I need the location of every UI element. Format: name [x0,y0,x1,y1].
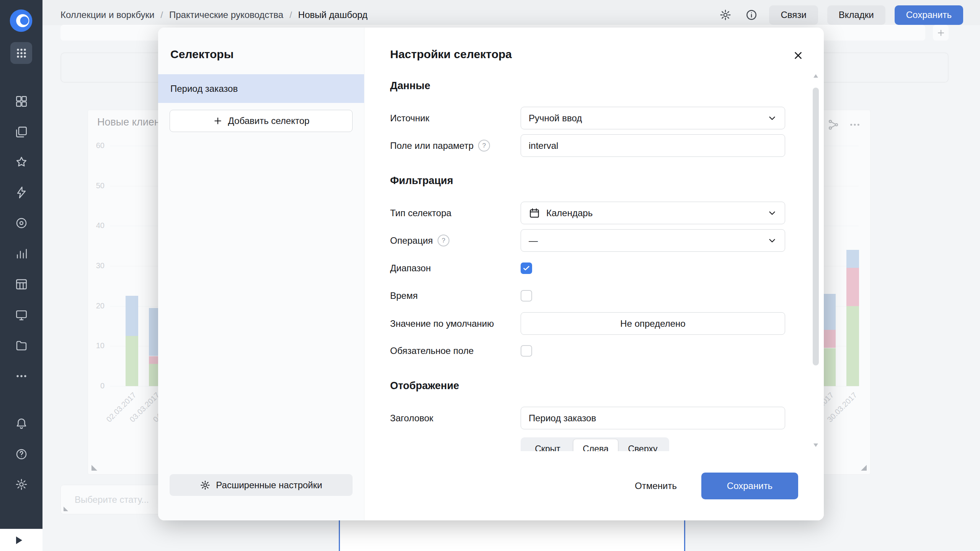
breadcrumb-guides[interactable]: Практические руководства [169,10,283,20]
operation-label: Операция [390,229,449,252]
range-label: Диапазон [390,257,431,279]
datasets-disc-icon[interactable] [13,215,30,231]
time-checkbox[interactable] [521,290,532,302]
source-label-text: Источник [390,113,429,124]
presentations-monitor-icon[interactable] [13,306,30,323]
title-input[interactable] [521,407,785,429]
source-label: Источник [390,107,429,129]
title-label: Заголовок [390,407,433,429]
dialog-scrollbar [813,74,819,447]
selector-type-row: Тип селектора Календарь [390,202,785,224]
collections-squares-icon[interactable] [13,93,30,110]
title-row: Заголовок [390,407,785,429]
chevron-down-icon [767,208,777,218]
time-label-text: Время [390,290,418,301]
header-save-button[interactable]: Сохранить [895,5,963,25]
default-value-row: Значение по умолчанию Не определено [390,312,785,335]
default-value-label-text: Значение по умолчанию [390,318,494,329]
operation-row: Операция — [390,229,785,252]
selector-type-label: Тип селектора [390,202,451,224]
scroll-up-icon[interactable] [813,74,818,78]
display-section-heading: Отображение [390,380,459,392]
chevron-down-icon [767,236,777,246]
add-selector-label: Добавить селектор [228,116,310,126]
operation-select[interactable]: — [521,229,785,252]
settings-panel-title: Настройки селектора [390,48,512,61]
selectors-panel: Селекторы Период заказов Добавить селект… [158,28,364,520]
tabs-button[interactable]: Вкладки [827,5,885,25]
selector-list-item[interactable]: Период заказов [158,74,364,103]
breadcrumb-separator: / [160,10,163,20]
time-label: Время [390,284,418,307]
field-input[interactable] [521,134,785,157]
sidebar-expand-button[interactable] [0,529,42,551]
dialog-save-button[interactable]: Сохранить [701,473,798,499]
range-label-text: Диапазон [390,263,431,274]
selector-item-label: Период заказов [170,83,238,94]
breadcrumb-separator: / [289,10,292,20]
favorites-star-icon[interactable] [13,153,30,170]
selector-settings-panel: Настройки селектора Данные Источник Ручн… [364,28,824,520]
breadcrumb-collections[interactable]: Коллекции и воркбуки [60,10,154,20]
charts-bar-icon[interactable] [13,245,30,262]
advanced-settings-button[interactable]: Расширенные настройки [170,474,353,496]
connections-lightning-icon[interactable] [13,184,30,201]
chevron-down-icon [767,113,777,123]
scroll-down-icon[interactable] [813,443,818,447]
required-checkbox[interactable] [521,345,532,357]
default-value-label: Значение по умолчанию [390,312,494,335]
dialog-footer: Отменить Сохранить [364,451,824,520]
advanced-settings-label: Расширенные настройки [216,480,322,491]
links-button[interactable]: Связи [769,5,818,25]
workbooks-layers-icon[interactable] [13,124,30,140]
data-section-heading: Данные [390,80,430,92]
bell-icon[interactable] [13,415,30,432]
range-row: Диапазон [390,257,785,279]
breadcrumb-current: Новый дашборд [298,10,368,20]
expand-arrow-icon [16,536,22,544]
time-row: Время [390,284,785,307]
help-icon[interactable] [13,446,30,463]
header-settings-gear-icon[interactable] [717,7,734,23]
breadcrumb: Коллекции и воркбуки / Практические руко… [60,10,368,20]
calendar-icon [529,207,540,219]
header-actions: Связи Вкладки Сохранить [717,5,963,25]
field-row: Поле или параметр [390,134,785,157]
more-icon[interactable] [13,368,30,385]
title-label-text: Заголовок [390,413,433,424]
required-label-text: Обязательное поле [390,346,474,356]
info-icon[interactable] [743,7,760,23]
folder-icon[interactable] [13,337,30,354]
field-label-text: Поле или параметр [390,140,474,151]
help-question-icon[interactable] [478,140,490,152]
source-select[interactable]: Ручной ввод [521,107,785,129]
check-icon [522,264,531,272]
operation-label-text: Операция [390,235,433,246]
selector-type-select[interactable]: Календарь [521,202,785,224]
cancel-button[interactable]: Отменить [632,480,679,492]
apps-grid-icon[interactable] [10,42,32,64]
selector-settings-dialog: Селекторы Период заказов Добавить селект… [158,28,824,520]
close-icon[interactable] [789,47,807,64]
help-question-icon[interactable] [438,235,449,246]
field-label: Поле или параметр [390,134,490,157]
required-row: Обязательное поле [390,339,785,362]
default-value-button[interactable]: Не определено [521,312,785,335]
selectors-panel-title: Селекторы [170,48,234,61]
dashboards-table-icon[interactable] [13,276,30,293]
default-value-text: Не определено [620,318,685,329]
add-selector-button[interactable]: Добавить селектор [170,110,353,132]
source-row: Источник Ручной ввод [390,107,785,129]
header: Коллекции и воркбуки / Практические руко… [42,0,980,30]
selector-type-value: Календарь [546,208,767,218]
source-value: Ручной ввод [529,113,767,124]
filtration-section-heading: Фильтрация [390,175,453,187]
required-label: Обязательное поле [390,339,474,362]
range-checkbox[interactable] [521,262,532,274]
sidebar [0,0,42,551]
sidebar-settings-gear-icon[interactable] [13,476,30,493]
datalens-logo-icon[interactable] [9,8,33,33]
scrollbar-thumb[interactable] [813,88,819,365]
gear-icon [200,480,211,491]
operation-value: — [529,235,767,246]
